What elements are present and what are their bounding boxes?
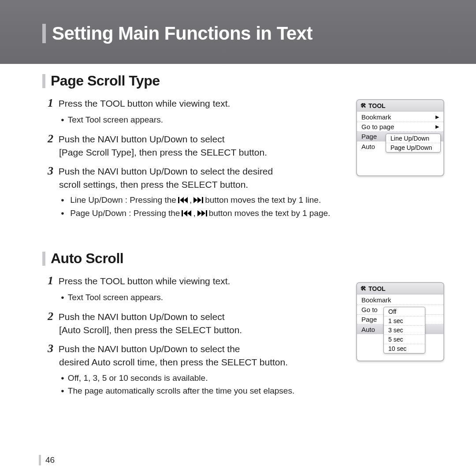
tool-row-label: Page: [361, 133, 377, 140]
tool-row-label: Bookmark: [361, 113, 391, 121]
section-auto-scroll: Auto Scroll: [42, 250, 450, 267]
page-title: Setting Main Functions in Text: [52, 23, 312, 44]
section-title: Page Scroll Type: [51, 73, 160, 89]
page-number: 46: [45, 455, 55, 465]
popup-option: 10 sec: [384, 344, 425, 353]
tool-panel-page-scroll: 🛠 TOOL Bookmark ▶ Go to page ▶ Page Auto…: [356, 99, 444, 176]
bullet-text: Off, 1, 3, 5 or 10 seconds is available.: [61, 372, 450, 384]
tool-row-bookmark: Bookmark ▶: [357, 112, 443, 122]
tool-row-label: Go to page: [361, 123, 394, 130]
step-text: Press the TOOL button while viewing text…: [59, 276, 230, 286]
tool-title: TOOL: [368, 285, 386, 292]
popup-auto-scroll-options: Off 1 sec 3 sec 5 sec 10 sec: [383, 307, 425, 353]
chevron-right-icon: ▶: [435, 114, 439, 120]
next-track-icon: [193, 197, 203, 203]
step-number: 1: [48, 95, 53, 111]
popup-page-scroll-options: Line Up/Down Page Up/Down: [386, 134, 441, 152]
tool-icon: 🛠: [361, 102, 366, 109]
bullet-text: button moves the text by 1 page.: [209, 207, 331, 219]
popup-option: 1 sec: [384, 316, 425, 326]
tool-panel-header: 🛠 TOOL: [357, 100, 443, 112]
page-number-wrap: 46: [39, 455, 55, 465]
prev-track-icon: [178, 197, 188, 203]
popup-option: Off: [384, 307, 425, 316]
section-rule: [42, 74, 45, 88]
chevron-right-icon: ▶: [435, 124, 439, 130]
step-number: 2: [48, 131, 53, 146]
tool-row-label: Go to: [361, 306, 378, 313]
popup-option: Line Up/Down: [386, 134, 440, 143]
step-text: Push the NAVI button Up/Down to select: [59, 312, 225, 322]
tool-row-label: Bookmark: [361, 296, 391, 304]
prev-track-icon: [182, 210, 191, 216]
bullet-page-updown: Page Up/Down : Pressing the , button mov…: [61, 207, 450, 219]
header-band: Setting Main Functions in Text: [0, 0, 476, 64]
section-rule: [42, 252, 45, 266]
popup-option: 3 sec: [384, 326, 425, 335]
step-number: 1: [48, 273, 53, 288]
step-number: 2: [48, 309, 53, 324]
bullet-text: The page automatically scrolls after the…: [61, 384, 450, 397]
section-page-scroll-type: Page Scroll Type: [42, 73, 450, 89]
step-number: 3: [48, 341, 53, 356]
tool-panel-auto-scroll: 🛠 TOOL Bookmark Go to Page Auto Off 1 se…: [356, 282, 444, 361]
bullet-text: ,: [190, 193, 192, 206]
header-rule: [42, 24, 46, 43]
tool-row-label: Auto: [361, 326, 375, 333]
tool-row-bookmark: Bookmark: [357, 295, 443, 305]
next-track-icon: [197, 210, 207, 216]
bullet-text: button moves the text by 1 line.: [205, 193, 321, 206]
step-number: 3: [48, 163, 53, 178]
step-text: Push the NAVI button Up/Down to select t…: [59, 166, 273, 176]
page-number-rule: [39, 455, 41, 465]
step-text: Push the NAVI button Up/Down to select t…: [59, 344, 240, 354]
tool-row-label: Auto: [361, 143, 375, 150]
tool-row-label: Page: [361, 316, 377, 323]
popup-option: Page Up/Down: [386, 143, 440, 152]
tool-title: TOOL: [368, 102, 386, 109]
popup-option: 5 sec: [384, 335, 425, 344]
bullet-text: Line Up/Down : Pressing the: [70, 193, 176, 206]
bullet-text: Page Up/Down : Pressing the: [70, 207, 180, 219]
step-text: scroll settings, then press the SELECT b…: [59, 178, 450, 191]
step-text: Push the NAVI button Up/Down to select: [59, 134, 225, 144]
bullet-line-updown: Line Up/Down : Pressing the , button mov…: [61, 193, 450, 206]
step-text: Press the TOOL button while viewing text…: [59, 98, 230, 108]
bullet-text: ,: [193, 207, 195, 219]
tool-panel-header: 🛠 TOOL: [357, 283, 443, 294]
section-title: Auto Scroll: [51, 250, 123, 267]
tool-icon: 🛠: [361, 285, 366, 292]
tool-row-go-to-page: Go to page ▶: [357, 122, 443, 132]
